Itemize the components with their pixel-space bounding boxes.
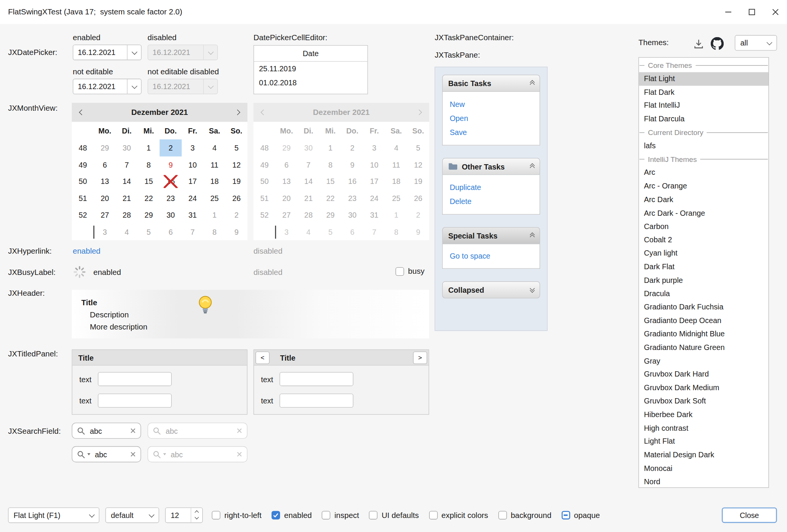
checkbox-ui-defaults[interactable]: UI defaults [369, 511, 419, 520]
theme-item[interactable]: Flat IntelliJ [639, 99, 768, 112]
calendar-day-cell[interactable]: 3 [94, 223, 116, 240]
calendar-day-cell[interactable]: 7 [116, 156, 138, 173]
clear-icon[interactable] [130, 451, 136, 457]
calendar-day-cell[interactable]: 29 [94, 140, 116, 156]
calendar-day-cell[interactable]: 24 [182, 190, 204, 206]
calendar-day-cell[interactable]: 17 [182, 173, 204, 190]
theme-item[interactable]: Carbon [639, 220, 768, 233]
task-link-duplicate[interactable]: Duplicate [450, 180, 532, 195]
task-link-save[interactable]: Save [450, 126, 532, 140]
calendar-day-cell[interactable]: 30 [116, 140, 138, 156]
spinner-value[interactable]: 12 [165, 508, 190, 522]
calendar-day-cell[interactable]: 10 [182, 156, 204, 173]
minimize-button[interactable] [716, 0, 740, 24]
checkbox-enabled[interactable]: enabled [272, 511, 312, 520]
spinner-down-button[interactable] [195, 515, 199, 519]
calendar-day-cell[interactable]: 19 [225, 173, 247, 190]
table-row[interactable]: 01.02.2018 [254, 76, 367, 90]
theme-item[interactable]: Light Flat [639, 435, 768, 448]
calendar-day-cell[interactable]: 25 [203, 190, 225, 206]
datepicker-enabled-dropdown-button[interactable] [127, 45, 141, 60]
theme-item[interactable]: Cyan light [639, 247, 768, 260]
clear-icon[interactable] [130, 428, 136, 434]
taskpane-other-header[interactable]: Other Tasks [442, 158, 540, 175]
close-window-button[interactable] [763, 0, 787, 24]
calendar-day-cell[interactable]: 9 [225, 223, 247, 240]
calendar-day-cell[interactable]: 4 [203, 140, 225, 156]
spinner-up-button[interactable] [195, 510, 199, 515]
calendar-day-cell[interactable]: 20 [94, 190, 116, 206]
calendar-day-cell[interactable]: 9 [160, 156, 182, 173]
theme-item[interactable]: High contrast [639, 421, 768, 435]
calendar-day-cell[interactable]: 31 [182, 207, 204, 223]
theme-item[interactable]: Arc Dark - Orange [639, 206, 768, 220]
theme-item[interactable]: Arc - Orange [639, 180, 768, 193]
calendar-day-cell[interactable]: 26 [225, 190, 247, 206]
close-button[interactable]: Close [722, 507, 777, 523]
calendar-day-cell[interactable]: 11 [203, 156, 225, 173]
table-row[interactable]: 25.11.2019 [254, 62, 367, 76]
text-field[interactable] [98, 372, 172, 386]
theme-item[interactable]: Flat Dark [639, 86, 768, 99]
calendar-day-cell[interactable]: 6 [160, 223, 182, 240]
hyperlink-enabled[interactable]: enabled [73, 247, 101, 256]
checkbox-explicit-colors[interactable]: explicit colors [429, 511, 488, 520]
theme-item[interactable]: Gruvbox Dark Soft [639, 395, 768, 408]
datepicker-noteditable-dropdown-button[interactable] [127, 79, 141, 94]
dropdown-triangle-icon[interactable] [87, 453, 90, 455]
search-input[interactable] [89, 426, 126, 435]
search-input[interactable] [94, 449, 126, 459]
calendar-day-cell[interactable]: 3 [182, 140, 204, 156]
taskpane-basic-header[interactable]: Basic Tasks [442, 75, 540, 92]
theme-item[interactable]: Flat Light [639, 72, 768, 85]
theme-item[interactable]: Dark purple [639, 274, 768, 287]
calendar-day-cell[interactable]: 2 [225, 207, 247, 223]
theme-item[interactable]: lafs [639, 139, 768, 152]
text-field[interactable] [280, 394, 353, 408]
theme-item[interactable]: Material Design Dark [639, 448, 768, 461]
calendar-day-cell[interactable]: 5 [138, 223, 160, 240]
checkbox-right-to-left[interactable]: right-to-left [212, 511, 261, 520]
calendar-day-cell[interactable]: 29 [138, 207, 160, 223]
download-themes-button[interactable] [692, 37, 706, 51]
theme-item[interactable]: Gruvbox Dark Medium [639, 381, 768, 394]
calendar-day-cell[interactable]: 4 [116, 223, 138, 240]
checkbox-inspect[interactable]: inspect [322, 511, 359, 520]
text-field[interactable] [98, 394, 172, 408]
theme-item[interactable]: Gruvbox Dark Hard [639, 368, 768, 381]
calendar-day-cell[interactable]: 8 [203, 223, 225, 240]
prev-month-button[interactable] [72, 103, 92, 122]
datepicker-enabled-field[interactable] [73, 45, 127, 60]
theme-item[interactable]: Dracula [639, 287, 768, 300]
laf-combo[interactable]: Flat Light (F1) [8, 507, 99, 523]
task-link-open[interactable]: Open [450, 111, 532, 126]
theme-item[interactable]: Hiberbee Dark [639, 408, 768, 421]
task-link-new[interactable]: New [450, 97, 532, 111]
calendar-day-cell[interactable]: 6 [94, 156, 116, 173]
task-link-go-to-space[interactable]: Go to space [450, 249, 532, 263]
style-combo[interactable]: default [105, 507, 159, 523]
search-menu-icon[interactable] [77, 450, 85, 458]
theme-item[interactable]: Arc [639, 166, 768, 179]
theme-item[interactable]: Flat Darcula [639, 112, 768, 126]
theme-item[interactable]: Gradianto Nature Green [639, 341, 768, 354]
calendar-day-cell[interactable]: 21 [116, 190, 138, 206]
maximize-button[interactable] [740, 0, 763, 24]
calendar-day-cell[interactable]: 2 [160, 140, 182, 156]
calendar-day-cell[interactable]: 28 [116, 207, 138, 223]
calendar-day-cell[interactable]: 30 [160, 207, 182, 223]
calendar-day-cell[interactable]: 23 [160, 190, 182, 206]
calendar-day-cell[interactable]: 12 [225, 156, 247, 173]
calendar-day-cell[interactable]: 5 [225, 140, 247, 156]
taskpane-special-header[interactable]: Special Tasks [442, 227, 540, 244]
titled-panel-next-button[interactable]: > [413, 351, 427, 364]
github-button[interactable] [710, 36, 725, 51]
theme-item[interactable]: Nord [639, 475, 768, 488]
datepicker-noteditable-field[interactable] [73, 79, 127, 94]
calendar-day-cell[interactable]: 13 [94, 173, 116, 190]
themes-filter-combo[interactable]: all [735, 35, 777, 51]
calendar-day-cell[interactable]: 7 [182, 223, 204, 240]
theme-item[interactable]: Gradianto Dark Fuchsia [639, 301, 768, 314]
theme-item[interactable]: Dark Flat [639, 260, 768, 273]
theme-item[interactable]: Gradianto Midnight Blue [639, 327, 768, 341]
